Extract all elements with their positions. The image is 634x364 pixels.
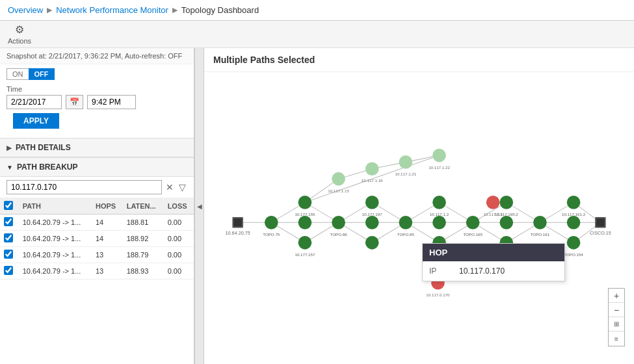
svg-text:10.177.197: 10.177.197: [362, 212, 383, 216]
table-row: 10.64.20.79 -> 1... 13 188.79 0.00: [0, 247, 194, 263]
zoom-in-button[interactable]: +: [609, 289, 624, 303]
time-label: Time: [7, 85, 187, 93]
path-details-arrow: ▶: [7, 144, 12, 151]
row-hops-3: 13: [92, 263, 123, 280]
node-10[interactable]: [432, 196, 446, 209]
left-panel: Snapshot at: 2/21/2017, 9:36:22 PM, Auto…: [0, 48, 195, 364]
path-breakup-label: PATH BREAKUP: [17, 162, 78, 172]
zoom-controls: + − ⊞ ≡: [608, 288, 625, 346]
path-breakup-header[interactable]: ▼ PATH BREAKUP: [0, 157, 194, 177]
svg-text:10.117.1.2: 10.117.1.2: [430, 212, 449, 216]
toggle-on-button[interactable]: ON: [7, 68, 29, 80]
svg-text:10.177.155: 10.177.155: [295, 212, 315, 216]
row-loss-2: 0.00: [164, 247, 194, 263]
breadcrumb-sep-1: ▶: [47, 6, 52, 14]
node-red-mid[interactable]: [486, 196, 500, 209]
path-table-body: 10.64.20.79 -> 1... 14 188.81 0.00 10.64…: [0, 214, 194, 280]
node-5[interactable]: [332, 216, 345, 229]
hop-row: IP 10.117.0.170: [429, 265, 558, 277]
filter-filter-button[interactable]: ▽: [178, 181, 187, 194]
actions-button[interactable]: ⚙ Actions: [8, 23, 31, 45]
row-checkbox-2[interactable]: [4, 250, 13, 259]
col-loss: LOSS: [164, 198, 194, 214]
filter-clear-button[interactable]: ✕: [165, 181, 175, 194]
panel-collapse-handle[interactable]: ◀: [195, 48, 204, 364]
filter-input[interactable]: [7, 180, 162, 194]
apply-button[interactable]: APPLY: [13, 113, 59, 129]
breadcrumb: Overview ▶ Network Performance Monitor ▶…: [8, 5, 259, 15]
row-checkbox-1[interactable]: [4, 233, 13, 242]
path-table: PATH HOPS LATEN... LOSS 10.64.20.79 -> 1…: [0, 198, 194, 280]
svg-text:10.117.1.15: 10.117.1.15: [328, 188, 349, 193]
topology-area[interactable]: 10.64.20.75 10.117.1.15 10.117.1.18 10.1…: [204, 72, 634, 359]
svg-rect-57: [596, 218, 604, 226]
node-2[interactable]: [298, 196, 312, 209]
row-latency-2: 188.79: [123, 247, 164, 263]
hop-tooltip: HOP IP 10.117.0.170: [422, 243, 565, 281]
node-6[interactable]: [365, 196, 379, 209]
col-hops: HOPS: [92, 198, 123, 214]
date-input[interactable]: [7, 95, 62, 109]
node-7[interactable]: [365, 216, 379, 229]
svg-text:10.117.0.170: 10.117.0.170: [426, 292, 450, 297]
node-20[interactable]: [567, 236, 581, 250]
col-path: PATH: [19, 198, 92, 214]
breadcrumb-current: Topology Dashboard: [181, 5, 259, 15]
node-11[interactable]: [432, 216, 446, 229]
topology-svg: 10.64.20.75 10.117.1.15 10.117.1.18 10.1…: [204, 72, 634, 359]
breadcrumb-npm[interactable]: Network Performance Monitor: [56, 5, 168, 15]
toggle-row: ON OFF: [0, 64, 194, 84]
node-14[interactable]: [499, 196, 513, 209]
svg-text:TOPO.165: TOPO.165: [463, 232, 482, 237]
path-breakup-arrow: ▼: [7, 164, 13, 171]
breadcrumb-overview[interactable]: Overview: [8, 5, 43, 15]
node-13[interactable]: [466, 216, 480, 229]
node-1[interactable]: [265, 216, 278, 229]
path-details-label: PATH DETAILS: [16, 143, 71, 152]
row-loss-3: 0.00: [164, 263, 194, 280]
node-9[interactable]: [399, 216, 413, 229]
node-top-1[interactable]: [332, 172, 345, 186]
node-3[interactable]: [298, 216, 312, 229]
row-checkbox-3[interactable]: [4, 266, 13, 275]
svg-text:TOPO.161: TOPO.161: [531, 232, 550, 237]
row-checkbox-0[interactable]: [4, 217, 13, 226]
node-17[interactable]: [533, 216, 547, 229]
table-row: 10.64.20.79 -> 1... 14 188.81 0.00: [0, 214, 194, 231]
panel-title: Multiple Paths Selected: [204, 48, 634, 72]
node-19[interactable]: [567, 216, 581, 229]
calendar-button[interactable]: 📅: [66, 95, 83, 109]
svg-rect-36: [233, 218, 241, 226]
main-layout: Snapshot at: 2/21/2017, 9:36:22 PM, Auto…: [0, 48, 634, 364]
svg-text:TOPO.75: TOPO.75: [263, 232, 280, 237]
node-top-2[interactable]: [365, 162, 379, 176]
filter-row: ✕ ▽: [0, 177, 194, 198]
path-details-header[interactable]: ▶ PATH DETAILS: [0, 138, 194, 157]
snapshot-bar: Snapshot at: 2/21/2017, 9:36:22 PM, Auto…: [0, 48, 194, 64]
zoom-out-button[interactable]: −: [609, 303, 624, 317]
zoom-fit-button[interactable]: ⊞: [609, 317, 624, 332]
time-section: Time 📅 APPLY: [0, 84, 194, 138]
hop-tooltip-header: HOP: [423, 244, 564, 261]
row-hops-2: 13: [92, 247, 123, 263]
time-value-input[interactable]: [87, 95, 136, 109]
node-15[interactable]: [499, 216, 513, 229]
col-latency: LATEN...: [123, 198, 164, 214]
row-path-1: 10.64.20.79 -> 1...: [19, 231, 92, 247]
node-top-4[interactable]: [432, 149, 446, 162]
table-row: 10.64.20.79 -> 1... 13 188.93 0.00: [0, 263, 194, 280]
select-all-checkbox[interactable]: [4, 201, 13, 210]
svg-text:TOPO.85: TOPO.85: [397, 232, 415, 237]
zoom-list-button[interactable]: ≡: [609, 332, 624, 346]
node-4[interactable]: [298, 236, 312, 250]
node-18[interactable]: [567, 196, 581, 209]
hop-key: IP: [429, 266, 449, 276]
breadcrumb-sep-2: ▶: [172, 6, 178, 14]
actions-bar: ⚙ Actions: [0, 21, 634, 48]
node-8[interactable]: [365, 236, 379, 250]
row-hops-0: 14: [92, 214, 123, 231]
row-latency-1: 188.92: [123, 231, 164, 247]
topbar: Overview ▶ Network Performance Monitor ▶…: [0, 0, 634, 21]
toggle-off-button[interactable]: OFF: [29, 68, 55, 80]
node-top-3[interactable]: [399, 155, 413, 169]
